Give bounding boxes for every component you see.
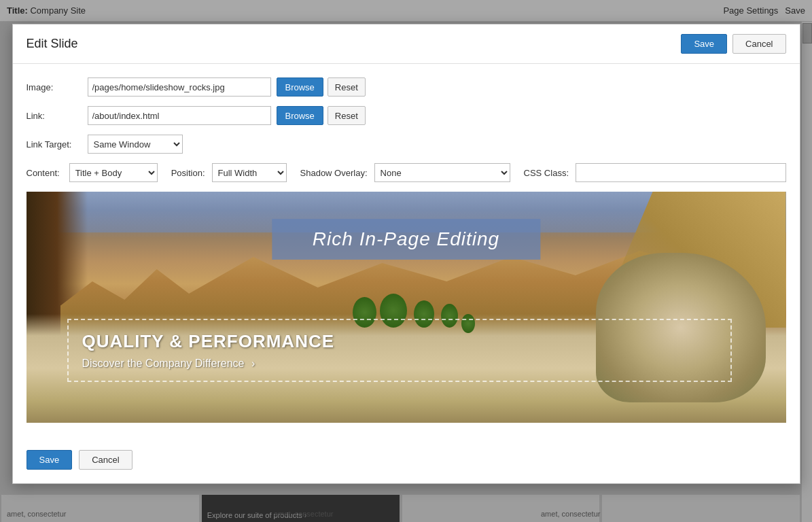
image-input[interactable]: [88, 77, 271, 97]
shadow-select[interactable]: None Light Medium Dark: [374, 163, 510, 182]
footer-cancel-button[interactable]: Cancel: [79, 450, 132, 470]
slide-title: QUALITY & PERFORMANCE: [82, 331, 717, 352]
modal-footer: Save Cancel: [13, 450, 800, 483]
link-target-row: Link Target: Same Window New Window: [27, 135, 786, 154]
slide-preview: Rich In-Page Editing QUALITY & PERFORMAN…: [27, 192, 786, 423]
modal-body: Image: Browse Reset Link: Browse Reset L…: [13, 64, 800, 450]
content-select[interactable]: Title + Body Title Only Body Only None: [69, 163, 158, 182]
image-row: Image: Browse Reset: [27, 77, 786, 97]
slide-banner-text: Rich In-Page Editing: [313, 228, 499, 249]
link-target-label: Link Target:: [27, 139, 88, 150]
modal-header-actions: Save Cancel: [681, 34, 785, 54]
modal-overlay: Edit Slide Save Cancel Image: Browse Res…: [0, 0, 812, 522]
content-label: Content:: [27, 168, 60, 178]
position-label: Position:: [171, 168, 205, 178]
edit-slide-modal: Edit Slide Save Cancel Image: Browse Res…: [12, 24, 800, 484]
modal-title: Edit Slide: [27, 37, 682, 51]
css-class-input[interactable]: [576, 163, 786, 182]
link-reset-button[interactable]: Reset: [328, 106, 366, 125]
modal-cancel-button[interactable]: Cancel: [732, 34, 785, 54]
slide-content-box[interactable]: QUALITY & PERFORMANCE Discover the Compa…: [67, 319, 732, 382]
footer-save-button[interactable]: Save: [27, 450, 73, 470]
slide-arrow: ›: [251, 358, 255, 369]
modal-header: Edit Slide Save Cancel: [13, 24, 800, 64]
shadow-label: Shadow Overlay:: [300, 168, 368, 178]
content-options-row: Content: Title + Body Title Only Body On…: [27, 163, 786, 182]
css-class-label: CSS Class:: [524, 168, 569, 178]
modal-save-button[interactable]: Save: [681, 34, 727, 54]
image-reset-button[interactable]: Reset: [328, 77, 366, 97]
link-target-select[interactable]: Same Window New Window: [88, 135, 183, 154]
link-label: Link:: [27, 111, 88, 121]
link-browse-button[interactable]: Browse: [277, 106, 323, 125]
slide-body: Discover the Company Difference ›: [82, 358, 717, 370]
link-row: Link: Browse Reset: [27, 106, 786, 125]
slide-banner: Rich In-Page Editing: [272, 219, 540, 260]
position-select[interactable]: Full Width Left Right Center: [212, 163, 287, 182]
image-label: Image:: [27, 82, 88, 92]
link-input[interactable]: [88, 106, 271, 125]
image-browse-button[interactable]: Browse: [277, 77, 323, 97]
